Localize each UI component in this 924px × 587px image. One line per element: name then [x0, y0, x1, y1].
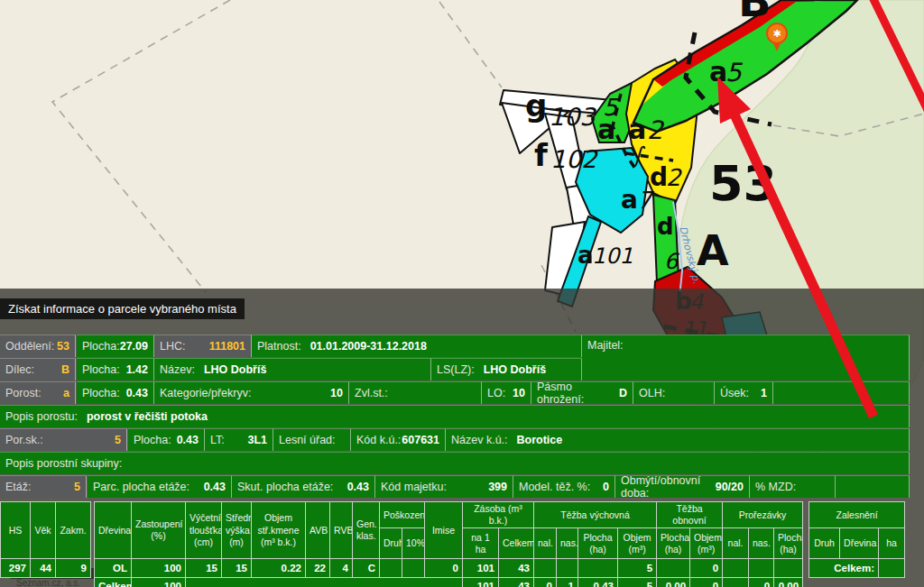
- cell: 0: [690, 559, 723, 578]
- info-row-oddeleni: Oddělení:53 Plocha:27.09 LHC:111801 Plat…: [0, 335, 910, 357]
- cell: [557, 559, 578, 578]
- group-zalesneni: Zalesnění: [809, 502, 905, 528]
- field-zvlst: Zvl.st.:: [349, 381, 482, 404]
- cell: [879, 559, 905, 578]
- cell: 0.43: [578, 578, 618, 587]
- col-gen-klas: Gen. klas.: [353, 502, 380, 559]
- col-to-plocha: Plocha (ha): [657, 528, 690, 559]
- col-tv-objem: Objem (m³): [618, 528, 657, 559]
- cell: OL: [95, 559, 132, 578]
- cell-merged: [186, 578, 463, 587]
- map-label-a2-2: 2: [647, 115, 665, 145]
- map-label-f: f: [534, 137, 549, 173]
- group-poskozeni: Poškození: [380, 502, 425, 528]
- cell: 22: [306, 559, 330, 578]
- group-tezba-obnovni: Těžba obnovní: [657, 502, 723, 528]
- cell: 297: [1, 559, 31, 578]
- cell: [402, 559, 425, 578]
- map-label-a7-a: a: [621, 185, 638, 215]
- cell: [578, 559, 618, 578]
- field-lt: LT:3L1: [205, 428, 273, 451]
- cell: 5: [618, 578, 657, 587]
- field-kod-ku: Kód k.ú.:607631: [351, 428, 446, 451]
- cell: 4: [330, 559, 353, 578]
- info-row-dilec: Dílec:B Plocha:1.42 Název:LHO Dobříš LS(…: [0, 358, 910, 381]
- group-prorezavky: Prořezávky: [723, 502, 803, 528]
- cell: 0.00: [774, 578, 803, 587]
- cell: 101: [463, 559, 499, 578]
- cell: [657, 559, 690, 578]
- cell: [749, 559, 774, 578]
- cell: [774, 559, 803, 578]
- field-empty-r3: [773, 381, 910, 404]
- map-label-a101-101: 101: [592, 243, 633, 269]
- field-porsk: Por.sk.:5: [0, 428, 127, 451]
- cell: 15: [186, 559, 222, 578]
- info-row-etaz: Etáž:5 Parc. plocha etáže:0.43 Skut. plo…: [0, 475, 910, 498]
- table-total-row: Celkem: 100 101 43 0 1 0.43 5 0.00 0 0 0…: [1, 578, 905, 587]
- spacer: [809, 578, 905, 587]
- group-zasoba: Zásoba (m³ b.k.): [463, 502, 534, 528]
- field-plocha-dilec: Plocha:1.42: [77, 358, 154, 381]
- field-oddeleni: Oddělení:53: [0, 335, 76, 357]
- field-olh: OLH:: [633, 381, 715, 404]
- field-plocha-porsk: Plocha:0.43: [128, 428, 205, 451]
- field-lesni-urad: Lesní úřad:: [273, 428, 351, 451]
- col-to-objem: Objem (m³): [690, 528, 723, 559]
- field-etaz: Etáž:5: [0, 475, 87, 498]
- cell: 0: [749, 578, 774, 587]
- spacer: [803, 578, 809, 587]
- cell: 1: [557, 578, 578, 587]
- info-row-porsk: Por.sk.:5 Plocha:0.43 LT:3L1 Lesní úřad:…: [0, 428, 910, 451]
- cell: [534, 559, 557, 578]
- cell: 43: [499, 578, 534, 587]
- map-label-A: A: [697, 226, 729, 275]
- field-mzd: % MZD:: [750, 475, 836, 498]
- field-kategorie: Kategorie/překryv:10: [154, 381, 349, 404]
- spacer: [803, 559, 809, 578]
- cell: 100: [132, 578, 186, 587]
- col-zal-drevina: Dřevina: [840, 528, 879, 559]
- col-drevina: Dřevina: [95, 502, 132, 559]
- cell: 0: [534, 578, 557, 587]
- map-label-a: a: [597, 114, 615, 145]
- info-row-popis-skupiny: Popis porostní skupiny:: [0, 452, 910, 474]
- marker-asterisk-icon: ✱: [772, 28, 781, 40]
- field-parc-plocha: Parc. plocha etáže:0.43: [88, 475, 232, 498]
- col-stredni: Střední výška (m): [222, 502, 252, 559]
- cell: C: [353, 559, 380, 578]
- info-row-popis-porostu: Popis porostu:porost v řečišti potoka: [0, 405, 910, 427]
- cell: 0.22: [252, 559, 306, 578]
- field-nazev-ku: Název k.ú.:Borotice: [446, 428, 910, 451]
- col-pro-nal: nal.: [723, 528, 749, 559]
- map-label-6: 6: [664, 249, 679, 274]
- field-empty-r7: [836, 475, 910, 498]
- field-plocha-porost: Plocha:0.43: [77, 381, 154, 404]
- col-vek: Věk: [31, 502, 56, 559]
- cell: 43: [499, 559, 534, 578]
- col-objem: Objem stř.kmene (m³ b.k.): [252, 502, 306, 559]
- cell: [723, 578, 749, 587]
- cell: 100: [132, 559, 186, 578]
- col-zasoba-celkem: Celkem: [499, 528, 534, 559]
- col-rvb: RVB: [330, 502, 353, 559]
- field-obmyti: Obmýtí/obnovní doba:90/20: [615, 475, 750, 498]
- cell: 0: [690, 578, 723, 587]
- field-popis-skupiny: Popis porostní skupiny:: [0, 452, 910, 474]
- map-label-d2-2: 2: [666, 164, 682, 191]
- cell: [723, 559, 749, 578]
- col-tv-nas: nas.: [557, 528, 578, 559]
- field-plocha-oddeleni: Plocha:27.09: [77, 335, 154, 357]
- col-zasoba-na1ha: na 1 ha: [463, 528, 499, 559]
- field-porost: Porost:a: [0, 381, 76, 404]
- col-tv-plocha: Plocha (ha): [578, 528, 618, 559]
- col-zal-druh: Druh: [809, 528, 840, 559]
- map-label-a101-a: a: [578, 242, 594, 269]
- info-row-porost: Porost:a Plocha:0.43 Kategorie/překryv:1…: [0, 381, 910, 404]
- field-nazev: Název:LHO Dobříš: [154, 358, 431, 381]
- field-usek: Úsek:1: [715, 381, 773, 404]
- field-platnost: Platnost:01.01.2009-31.12.2018: [252, 335, 582, 357]
- field-pasmo: Pásmo ohrožení:D: [531, 381, 633, 404]
- cell: 0.00: [657, 578, 690, 587]
- parcel-info-panel: Oddělení:53 Plocha:27.09 LHC:111801 Plat…: [0, 335, 910, 499]
